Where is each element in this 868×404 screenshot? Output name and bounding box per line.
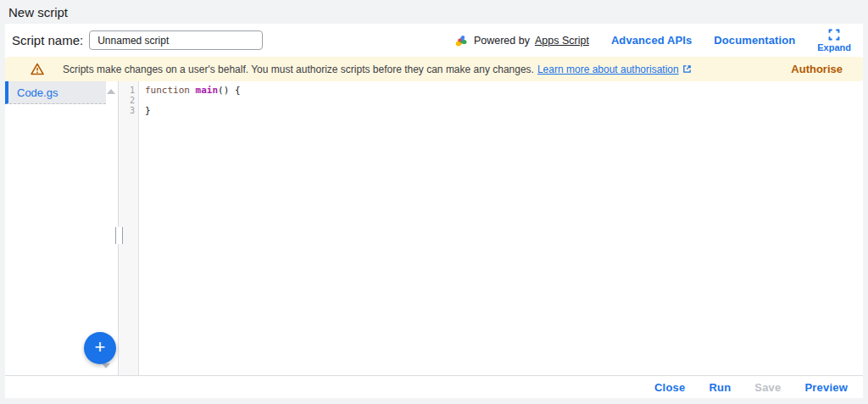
script-editor-card: Script name: Powered by Apps Script Adva…: [5, 24, 863, 398]
learn-more-link[interactable]: Learn more about authorisation: [537, 64, 679, 75]
expand-button[interactable]: Expand: [817, 29, 851, 53]
sidebar-item-code-gs[interactable]: Code.gs: [5, 81, 106, 104]
powered-by-text: Powered by: [474, 35, 530, 47]
splitter-handle[interactable]: [115, 227, 123, 244]
close-button[interactable]: Close: [646, 378, 693, 397]
code-token: }: [145, 105, 151, 116]
code-editor[interactable]: function main() { }: [139, 81, 863, 375]
apps-script-link[interactable]: Apps Script: [535, 35, 589, 47]
expand-corners-icon: [828, 29, 840, 41]
code-token: function: [145, 85, 196, 96]
file-sidebar: Code.gs +: [5, 81, 119, 375]
documentation-link[interactable]: Documentation: [714, 34, 795, 47]
line-number: 2: [119, 96, 135, 106]
file-name-label: Code.gs: [17, 86, 58, 99]
top-strip: New script: [0, 0, 868, 24]
line-number: 1: [119, 86, 135, 96]
code-line: function main() {: [145, 86, 863, 96]
page-title: New script: [8, 5, 68, 19]
add-file-button[interactable]: +: [84, 332, 116, 364]
authorization-banner: Scripts make changes on a user's behalf.…: [5, 57, 863, 81]
external-link-icon: [682, 64, 692, 74]
expand-label: Expand: [817, 42, 851, 53]
powered-by-group: Powered by Apps Script: [454, 34, 589, 47]
scroll-up-arrow-icon[interactable]: [107, 89, 115, 94]
footer-bar: Close Run Save Preview: [5, 375, 863, 398]
run-button[interactable]: Run: [700, 378, 739, 397]
scroll-down-arrow-icon[interactable]: [102, 363, 110, 368]
header-right: Powered by Apps Script Advanced APIs Doc…: [454, 29, 851, 53]
workspace: Code.gs + 1 2 3 function main() { }: [5, 81, 863, 375]
warning-triangle-icon: [31, 63, 44, 75]
authorise-button[interactable]: Authorise: [791, 63, 843, 75]
code-line: [145, 96, 863, 106]
script-name-label: Script name:: [12, 33, 83, 47]
code-token: main: [196, 85, 219, 96]
code-line: }: [145, 106, 863, 116]
apps-script-logo-icon: [454, 34, 469, 47]
advanced-apis-link[interactable]: Advanced APIs: [611, 34, 692, 47]
preview-button[interactable]: Preview: [796, 378, 856, 397]
script-name-input[interactable]: [89, 30, 263, 50]
save-button[interactable]: Save: [746, 378, 789, 397]
line-number: 3: [119, 106, 135, 116]
code-token: () {: [218, 85, 241, 96]
banner-message: Scripts make changes on a user's behalf.…: [63, 64, 534, 75]
header-bar: Script name: Powered by Apps Script Adva…: [5, 24, 863, 57]
plus-icon: +: [95, 338, 106, 357]
